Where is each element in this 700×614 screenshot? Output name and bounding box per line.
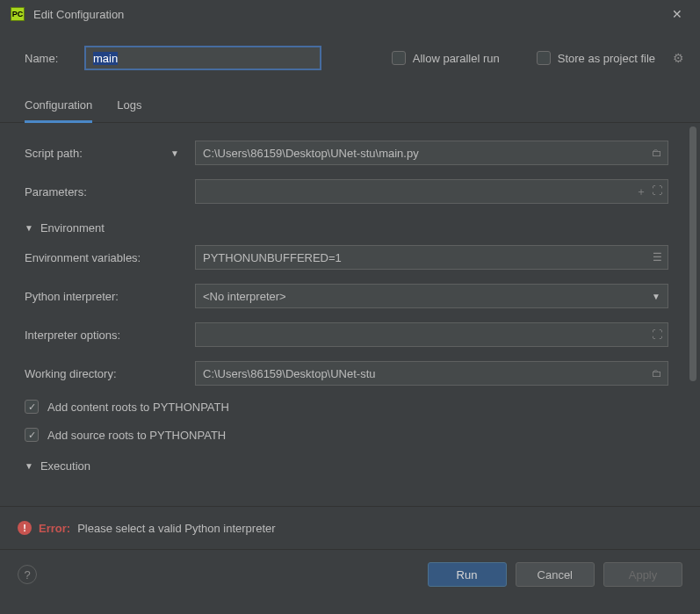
- working-dir-label: Working directory:: [25, 367, 117, 380]
- interp-options-input[interactable]: ⛶: [195, 322, 668, 347]
- run-button[interactable]: Run: [428, 562, 507, 587]
- allow-parallel-label: Allow parallel run: [413, 52, 500, 65]
- expand-icon[interactable]: ⛶: [652, 184, 662, 199]
- interpreter-label: Python interpreter:: [25, 290, 119, 303]
- apply-button[interactable]: Apply: [603, 562, 682, 587]
- execution-section-toggle[interactable]: ▼ Execution: [25, 449, 686, 476]
- checkbox-icon: [25, 428, 39, 442]
- add-content-roots-checkbox[interactable]: Add content roots to PYTHONPATH: [25, 393, 686, 421]
- folder-icon[interactable]: 🗀: [652, 147, 662, 159]
- store-project-label: Store as project file: [558, 52, 655, 65]
- interpreter-select[interactable]: <No interpreter> ▼: [195, 284, 668, 308]
- parameters-label: Parameters:: [25, 185, 87, 199]
- checkbox-icon: [25, 400, 39, 414]
- name-label: Name:: [25, 52, 72, 65]
- environment-section-toggle[interactable]: ▼ Environment: [25, 211, 686, 238]
- plus-icon[interactable]: ＋: [636, 184, 646, 199]
- script-path-input[interactable]: C:\Users\86159\Desktop\UNet-stu\main.py …: [195, 141, 668, 165]
- help-icon[interactable]: ?: [18, 565, 37, 584]
- error-message: Please select a valid Python interpreter: [77, 522, 275, 535]
- chevron-down-icon: ▼: [25, 461, 33, 471]
- interp-options-label: Interpreter options:: [25, 329, 120, 342]
- error-icon: !: [18, 521, 32, 535]
- gear-icon[interactable]: ⚙: [673, 51, 684, 65]
- allow-parallel-run-checkbox[interactable]: Allow parallel run: [392, 51, 500, 65]
- env-vars-label: Environment variables:: [25, 251, 141, 264]
- chevron-down-icon: ▼: [25, 223, 33, 233]
- chevron-down-icon[interactable]: ▼: [170, 148, 179, 158]
- scrollbar-thumb[interactable]: [689, 126, 696, 381]
- checkbox-icon: [537, 51, 551, 65]
- vertical-scrollbar[interactable]: [689, 126, 698, 502]
- error-label: Error:: [39, 522, 70, 535]
- expand-icon[interactable]: ⛶: [652, 329, 662, 341]
- document-icon[interactable]: ☰: [653, 251, 662, 264]
- parameters-input[interactable]: ＋ ⛶: [195, 179, 668, 204]
- close-icon[interactable]: ✕: [665, 4, 689, 25]
- store-as-project-file-checkbox[interactable]: Store as project file: [537, 51, 655, 65]
- dialog-title: Edit Configuration: [33, 8, 665, 21]
- tab-configuration[interactable]: Configuration: [25, 98, 92, 123]
- name-input[interactable]: [84, 46, 321, 70]
- script-path-label: Script path:: [25, 147, 83, 160]
- cancel-button[interactable]: Cancel: [516, 562, 595, 587]
- add-source-roots-checkbox[interactable]: Add source roots to PYTHONPATH: [25, 421, 686, 449]
- app-icon: PC: [11, 7, 25, 21]
- folder-icon[interactable]: 🗀: [652, 367, 662, 379]
- checkbox-icon: [392, 51, 406, 65]
- env-vars-input[interactable]: PYTHONUNBUFFERED=1 ☰: [195, 245, 668, 270]
- chevron-down-icon: ▼: [652, 292, 660, 301]
- working-dir-input[interactable]: C:\Users\86159\Desktop\UNet-stu 🗀: [195, 361, 668, 386]
- tab-logs[interactable]: Logs: [117, 98, 141, 122]
